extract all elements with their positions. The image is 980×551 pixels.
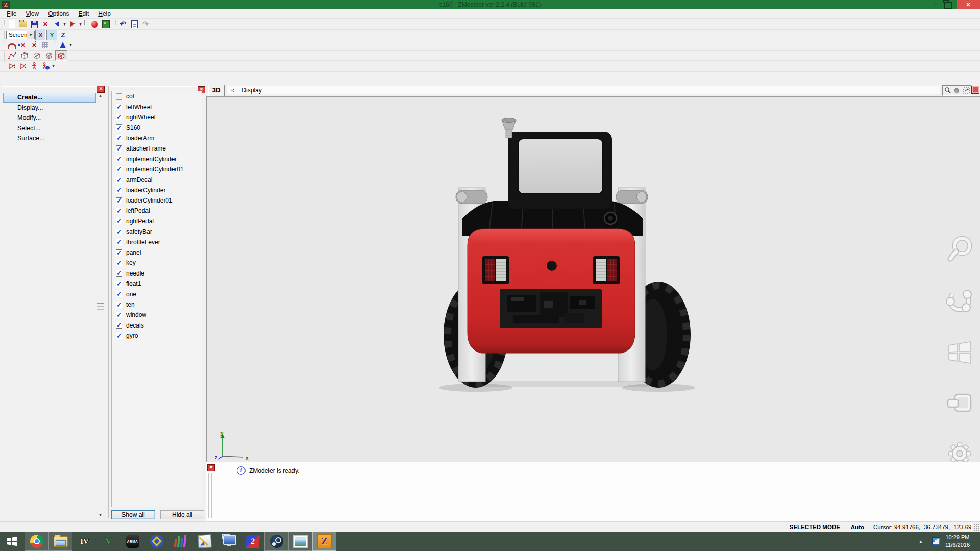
- object-row[interactable]: one: [112, 289, 202, 299]
- pan-tool-icon[interactable]: [953, 87, 961, 94]
- object-row[interactable]: throttleLever: [112, 237, 202, 247]
- magnet-snap-icon[interactable]: [6, 40, 17, 50]
- polygons-mode-icon[interactable]: [31, 50, 43, 61]
- toolbar-grip[interactable]: [113, 20, 116, 28]
- start-button[interactable]: [0, 532, 24, 551]
- panel-splitter[interactable]: [105, 86, 109, 518]
- character-dropdown-arrow[interactable]: ▾: [51, 64, 56, 68]
- open-file-icon[interactable]: [17, 19, 29, 29]
- object-row[interactable]: rightWheel: [112, 112, 202, 122]
- toolbar-grip[interactable]: [2, 52, 5, 60]
- undo-icon[interactable]: ↶: [117, 19, 129, 29]
- visibility-checkbox[interactable]: [116, 291, 122, 297]
- taskbar-chrome-button[interactable]: [24, 532, 48, 551]
- menu-item[interactable]: Options: [43, 10, 74, 18]
- object-row[interactable]: leftPedal: [112, 206, 202, 216]
- delete-icon[interactable]: ×: [40, 19, 51, 29]
- visibility-checkbox[interactable]: [116, 333, 122, 339]
- export-dropdown-arrow[interactable]: ▾: [78, 22, 83, 27]
- object-row[interactable]: leftWheel: [112, 102, 202, 112]
- toolbar-grip[interactable]: [2, 31, 5, 39]
- auto-toggle[interactable]: Auto: [847, 523, 868, 531]
- object-row[interactable]: panel: [112, 247, 202, 258]
- taskbar-file-explorer-button[interactable]: [48, 532, 72, 551]
- toolbar-grip[interactable]: [2, 62, 5, 70]
- vertex-snap-icon[interactable]: ✕: [17, 40, 29, 50]
- commands-panel-item[interactable]: Display...: [3, 103, 96, 113]
- visibility-checkbox[interactable]: [116, 239, 122, 245]
- visibility-checkbox[interactable]: [116, 281, 122, 287]
- commands-panel-item[interactable]: Surface...: [3, 134, 96, 143]
- grid-snap-icon[interactable]: [40, 40, 51, 50]
- scroll-down-icon[interactable]: ▼: [97, 512, 104, 518]
- object-row[interactable]: needle: [112, 268, 202, 279]
- charm-start-icon[interactable]: [944, 337, 975, 368]
- object-row[interactable]: decals: [112, 320, 202, 331]
- bone-scale-icon[interactable]: [6, 61, 17, 71]
- object-row[interactable]: loaderArm: [112, 133, 202, 143]
- taskbar-fallout-button[interactable]: [144, 532, 168, 551]
- toolbar-grip[interactable]: [53, 41, 56, 49]
- charm-search-icon[interactable]: [944, 234, 975, 265]
- axis-x-button[interactable]: X: [35, 30, 46, 40]
- panel-grip[interactable]: [208, 473, 212, 518]
- viewport-canvas[interactable]: y z x: [206, 96, 980, 462]
- taskbar-arma-button[interactable]: ARMA: [120, 532, 144, 551]
- zoom-tool-icon[interactable]: [944, 87, 951, 94]
- visibility-checkbox[interactable]: [116, 166, 122, 172]
- taskbar-zmodeler-button[interactable]: Z: [312, 532, 336, 551]
- commands-panel-item[interactable]: Create...: [3, 93, 96, 103]
- taskbar-gta-v-button[interactable]: V: [96, 532, 120, 551]
- minimize-button[interactable]: –: [930, 0, 941, 9]
- log-view-icon[interactable]: [129, 19, 140, 29]
- maximize-view-button[interactable]: [971, 86, 979, 94]
- object-row[interactable]: rightPedal: [112, 216, 202, 227]
- tray-app-icon[interactable]: [932, 537, 940, 545]
- object-row[interactable]: ten: [112, 299, 202, 310]
- visibility-checkbox[interactable]: [116, 312, 122, 318]
- charm-devices-icon[interactable]: [944, 388, 975, 419]
- vertices-mode-icon[interactable]: [6, 50, 18, 61]
- hide-all-button[interactable]: Hide all: [160, 510, 204, 519]
- visibility-checkbox[interactable]: [116, 229, 122, 235]
- toolbar-grip[interactable]: [2, 41, 5, 49]
- object-row[interactable]: S160: [112, 122, 202, 133]
- redo-icon[interactable]: ↷: [140, 19, 151, 29]
- restore-button[interactable]: [944, 2, 952, 9]
- resize-grip[interactable]: [973, 523, 980, 531]
- object-row[interactable]: key: [112, 258, 202, 268]
- visibility-checkbox[interactable]: [116, 322, 122, 329]
- menu-item[interactable]: Edit: [74, 10, 94, 18]
- axis-z-button[interactable]: Z: [58, 30, 68, 40]
- view-mode-button[interactable]: 3D: [208, 85, 225, 96]
- visibility-checkbox[interactable]: [116, 135, 122, 141]
- visibility-checkbox[interactable]: [116, 208, 122, 214]
- show-all-button[interactable]: Show all: [111, 510, 155, 519]
- visibility-checkbox[interactable]: [116, 104, 122, 110]
- title-bar[interactable]: Z s160 - ZModeler ver 2.2.4 (Build 981) …: [0, 0, 980, 9]
- visibility-checkbox[interactable]: [116, 93, 122, 100]
- taskbar-zanoza-button[interactable]: [192, 532, 216, 551]
- orbit-tool-icon[interactable]: [963, 87, 970, 94]
- visibility-checkbox[interactable]: [116, 114, 122, 120]
- save-file-icon[interactable]: [29, 19, 40, 29]
- taskbar-app2-button[interactable]: 2: [240, 532, 264, 551]
- object-row[interactable]: float1: [112, 279, 202, 289]
- skin-weights-icon[interactable]: [40, 61, 51, 71]
- object-row[interactable]: loaderCylinder: [112, 185, 202, 195]
- scrollbar-thumb[interactable]: [97, 303, 104, 311]
- object-row[interactable]: col: [112, 91, 202, 102]
- taskbar-gta-iv-button[interactable]: IV: [72, 532, 96, 551]
- commands-panel-item[interactable]: Select...: [3, 123, 96, 133]
- object-row[interactable]: gyro: [112, 331, 202, 341]
- new-file-icon[interactable]: [6, 19, 17, 29]
- close-button[interactable]: ×: [957, 0, 980, 9]
- taskbar-clock[interactable]: 10:29 PM 11/6/2016: [945, 534, 970, 549]
- material-editor-icon[interactable]: [89, 19, 100, 29]
- bone-move-icon[interactable]: [17, 61, 29, 71]
- visibility-checkbox[interactable]: [116, 302, 122, 308]
- menu-item[interactable]: Help: [93, 10, 115, 18]
- object-row[interactable]: implementCylinder: [112, 154, 202, 164]
- back-arrow[interactable]: <: [227, 87, 237, 93]
- commands-panel-item[interactable]: Modify...: [3, 113, 96, 123]
